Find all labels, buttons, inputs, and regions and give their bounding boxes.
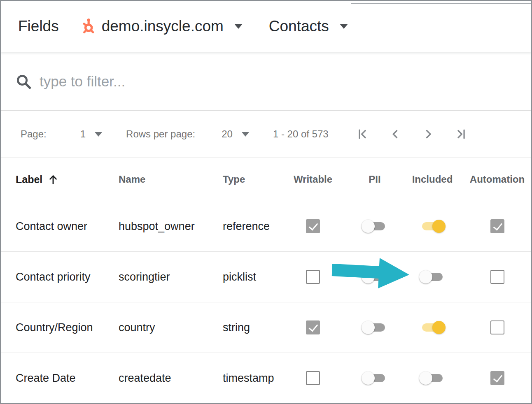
- included-toggle[interactable]: [419, 219, 446, 233]
- writable-checkbox[interactable]: [306, 219, 320, 233]
- pii-toggle[interactable]: [362, 219, 388, 233]
- rows-per-page-select[interactable]: 20: [222, 128, 249, 140]
- writable-checkbox[interactable]: [306, 371, 320, 385]
- page-value: 1: [80, 128, 86, 140]
- field-name: country: [104, 321, 208, 334]
- writable-checkbox[interactable]: [306, 270, 320, 284]
- chevron-down-icon: [340, 24, 348, 29]
- field-label: Country/Region: [1, 321, 104, 334]
- automation-checkbox[interactable]: [490, 270, 504, 284]
- field-type: reference: [208, 220, 278, 233]
- table-row: Contact priority scoringtier picklist: [1, 252, 531, 302]
- window-edge-artifact: [307, 0, 532, 4]
- field-type: picklist: [208, 271, 278, 283]
- table-row: Country/Region country string: [1, 302, 531, 353]
- column-header-pii[interactable]: PII: [348, 174, 401, 185]
- field-label: Create Date: [1, 372, 104, 385]
- writable-checkbox[interactable]: [306, 320, 320, 334]
- automation-checkbox[interactable]: [490, 371, 504, 385]
- hubspot-icon: [80, 18, 96, 35]
- table-header: Label Name Type Writable PII Included Au…: [1, 158, 531, 201]
- column-header-type[interactable]: Type: [208, 174, 278, 185]
- pii-toggle[interactable]: [362, 320, 388, 334]
- column-header-writable[interactable]: Writable: [278, 174, 348, 185]
- column-header-included[interactable]: Included: [401, 174, 463, 185]
- next-page-button[interactable]: [419, 125, 437, 143]
- pagination-range: 1 - 20 of 573: [273, 128, 329, 140]
- field-type: string: [208, 321, 278, 334]
- search-bar: [1, 52, 531, 111]
- chevron-down-icon: [234, 24, 243, 29]
- column-header-label[interactable]: Label: [1, 173, 104, 186]
- field-label: Contact priority: [1, 271, 104, 283]
- first-page-button[interactable]: [353, 125, 371, 143]
- included-toggle[interactable]: [419, 371, 446, 385]
- field-name: createdate: [104, 372, 208, 385]
- field-name: scoringtier: [104, 271, 208, 283]
- portal-name: demo.insycle.com: [102, 18, 224, 35]
- search-icon: [15, 73, 32, 90]
- page-select[interactable]: 1: [80, 128, 102, 140]
- column-header-label-text: Label: [16, 174, 42, 186]
- table-row: Create Date createdate timestamp: [1, 353, 531, 404]
- included-toggle[interactable]: [419, 270, 446, 284]
- previous-page-button[interactable]: [386, 125, 404, 143]
- chevron-down-icon: [242, 132, 249, 137]
- pii-toggle[interactable]: [362, 270, 388, 284]
- pagination-bar: Page: 1 Rows per page: 20 1 - 20 of 573: [1, 111, 531, 158]
- window-edge-line: [351, 3, 532, 4]
- field-type: timestamp: [208, 372, 278, 385]
- search-input[interactable]: [40, 73, 451, 90]
- column-header-automation[interactable]: Automation: [463, 174, 531, 185]
- automation-checkbox[interactable]: [490, 320, 504, 334]
- object-type-selector[interactable]: Contacts: [269, 18, 348, 35]
- automation-checkbox[interactable]: [490, 219, 504, 233]
- page-title: Fields: [18, 18, 59, 35]
- chevron-down-icon: [95, 132, 102, 137]
- rows-per-page-value: 20: [222, 128, 233, 140]
- included-toggle[interactable]: [419, 320, 446, 334]
- column-header-name[interactable]: Name: [104, 174, 208, 185]
- object-type-name: Contacts: [269, 18, 329, 35]
- sort-ascending-icon: [47, 173, 59, 186]
- header: Fields demo.insycle.com Contacts: [1, 1, 531, 52]
- fields-page: Fields demo.insycle.com Contacts: [0, 0, 532, 404]
- portal-selector[interactable]: demo.insycle.com: [80, 18, 243, 35]
- rows-per-page-label: Rows per page:: [126, 128, 195, 140]
- table-row: Contact owner hubspot_owner reference: [1, 201, 531, 252]
- field-name: hubspot_owner: [104, 220, 208, 233]
- pii-toggle[interactable]: [362, 371, 388, 385]
- field-label: Contact owner: [1, 220, 104, 233]
- pagination-nav: [353, 125, 485, 143]
- last-page-button[interactable]: [452, 125, 470, 143]
- page-label: Page:: [21, 128, 47, 140]
